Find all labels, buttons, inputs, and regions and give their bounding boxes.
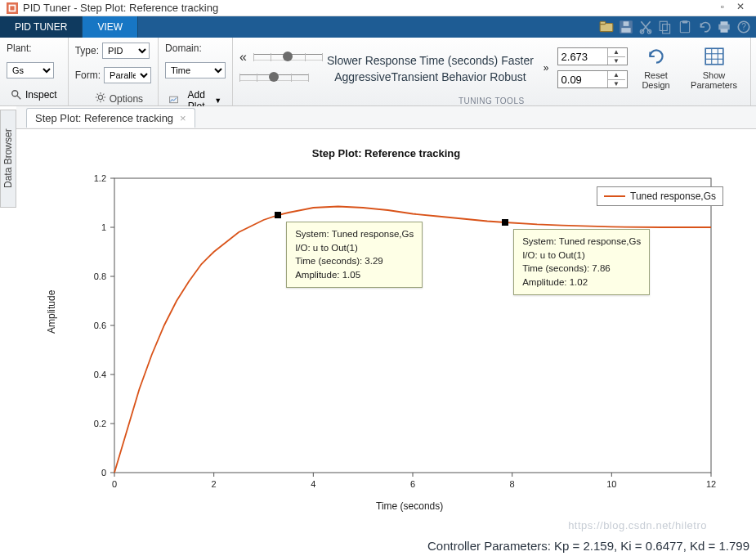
spin-up-icon[interactable]: ▲: [608, 71, 625, 80]
quick-paste-icon[interactable]: [678, 20, 692, 34]
svg-line-26: [96, 94, 97, 95]
show-label-1: Show: [703, 70, 726, 80]
svg-rect-30: [170, 96, 178, 103]
plant-select[interactable]: Gs: [7, 62, 54, 78]
datatip[interactable]: System: Tuned response,GsI/O: u to Out(1…: [513, 229, 650, 295]
transient-spinner[interactable]: ▲▼: [557, 70, 628, 88]
svg-line-28: [96, 100, 97, 101]
magnifier-icon: [11, 89, 22, 101]
svg-text:6: 6: [410, 479, 415, 489]
form-select[interactable]: Parallel: [104, 67, 151, 83]
document-tab[interactable]: Step Plot: Reference tracking ×: [26, 108, 195, 128]
transient-slider[interactable]: [239, 74, 308, 81]
datatip-marker[interactable]: [502, 219, 508, 226]
svg-rect-10: [660, 21, 667, 30]
svg-text:?: ?: [741, 22, 746, 31]
quick-save-icon[interactable]: [619, 20, 633, 34]
robust-label: Robust: [490, 70, 526, 83]
data-browser-label: Data Browser: [2, 129, 14, 189]
plot-title: Step Plot: Reference tracking: [16, 129, 756, 159]
tab-pid-tuner[interactable]: PID TUNER: [0, 16, 83, 38]
svg-text:8: 8: [510, 479, 515, 489]
quick-help-icon[interactable]: ?: [736, 20, 751, 34]
legend-label: Tuned response,Gs: [630, 191, 716, 202]
title-bar: PID Tuner - Step Plot: Reference trackin…: [0, 0, 756, 16]
svg-text:0: 0: [112, 479, 117, 489]
quick-copy-icon[interactable]: [658, 20, 673, 34]
spin-up-icon[interactable]: ▲: [608, 48, 625, 57]
datatip-marker[interactable]: [275, 212, 281, 218]
ribbon-section-plant: Plant: Gs Inspect PLANT: [0, 38, 69, 105]
svg-text:12: 12: [706, 479, 716, 489]
reset-label-2: Design: [642, 80, 669, 90]
reset-design-button[interactable]: ResetDesign: [633, 43, 680, 93]
plot-icon: [169, 95, 178, 106]
table-icon: [704, 46, 725, 67]
data-browser-tab[interactable]: Data Browser: [0, 110, 16, 208]
svg-text:1: 1: [101, 222, 106, 232]
type-select[interactable]: PID: [102, 43, 150, 59]
svg-text:2: 2: [212, 479, 217, 489]
type-label: Type:: [75, 45, 99, 56]
quick-cut-icon[interactable]: [638, 20, 653, 34]
svg-text:4: 4: [311, 479, 315, 489]
quick-open-icon[interactable]: [599, 20, 614, 34]
svg-text:0.4: 0.4: [94, 370, 106, 379]
plant-label: Plant:: [7, 43, 32, 54]
response-time-input[interactable]: [558, 51, 607, 63]
tab-view-label: VIEW: [97, 21, 123, 33]
response-time-slider[interactable]: [253, 54, 322, 61]
window-restore-button[interactable]: ▫: [714, 1, 731, 16]
controller-parameters: Controller Parameters: Kp = 2.159, Ki = …: [427, 539, 749, 553]
legend[interactable]: Tuned response,Gs: [597, 186, 723, 206]
svg-rect-11: [663, 25, 670, 34]
y-axis-label: Amplitude: [46, 290, 57, 334]
domain-select[interactable]: Time: [165, 62, 226, 78]
svg-rect-6: [621, 28, 630, 33]
quick-print-icon[interactable]: [717, 20, 731, 34]
domain-label: Domain:: [165, 43, 202, 54]
faster-arrow-icon[interactable]: »: [544, 62, 549, 74]
document-tab-row: Step Plot: Reference tracking ×: [16, 106, 756, 129]
reset-icon: [646, 46, 667, 67]
svg-text:0.8: 0.8: [94, 271, 106, 281]
svg-text:0.2: 0.2: [94, 419, 106, 428]
close-icon[interactable]: ×: [180, 112, 186, 124]
options-button[interactable]: Options: [95, 92, 143, 105]
svg-point-19: [12, 91, 18, 96]
svg-rect-15: [721, 21, 728, 25]
slower-arrow-icon[interactable]: «: [239, 50, 247, 65]
svg-text:0: 0: [101, 468, 106, 478]
svg-rect-2: [10, 6, 14, 10]
spin-down-icon[interactable]: ▼: [608, 57, 625, 65]
x-axis-label: Time (seconds): [376, 500, 443, 512]
legend-swatch: [604, 195, 625, 197]
options-label: Options: [110, 93, 143, 105]
spin-down-icon[interactable]: ▼: [608, 80, 625, 88]
window-close-button[interactable]: ✕: [731, 1, 749, 16]
svg-line-20: [17, 96, 20, 99]
ribbon-label-tuning: TUNING TOOLS: [233, 95, 750, 107]
quick-undo-icon[interactable]: [697, 20, 712, 34]
ribbon-section-tuning: « Slower Response Time (seconds) Faster …: [233, 38, 751, 105]
window-title: PID Tuner - Step Plot: Reference trackin…: [23, 2, 218, 14]
gear-icon: [95, 92, 106, 105]
datatip[interactable]: System: Tuned response,GsI/O: u to Out(1…: [286, 222, 423, 288]
svg-line-29: [103, 94, 104, 95]
show-parameters-button[interactable]: ShowParameters: [685, 43, 744, 93]
watermark: https://blog.csdn.net/hiletro: [568, 519, 707, 531]
svg-text:1.2: 1.2: [94, 173, 106, 183]
show-label-2: Parameters: [691, 80, 737, 90]
tab-strip: PID TUNER VIEW ?: [0, 16, 756, 38]
form-label: Form:: [75, 70, 101, 81]
ribbon-section-design: Domain: Time Add Plot ▼ DESIGN: [159, 38, 233, 105]
svg-text:0.6: 0.6: [94, 321, 106, 330]
svg-rect-16: [721, 29, 728, 33]
svg-line-27: [103, 100, 104, 101]
transient-input[interactable]: [558, 74, 607, 86]
response-time-spinner[interactable]: ▲▼: [557, 47, 628, 65]
tab-view[interactable]: VIEW: [83, 16, 138, 38]
aggressive-label: Aggressive: [334, 70, 391, 83]
ribbon-label-results: RESULTS: [751, 93, 756, 105]
inspect-button[interactable]: Inspect: [7, 87, 61, 103]
